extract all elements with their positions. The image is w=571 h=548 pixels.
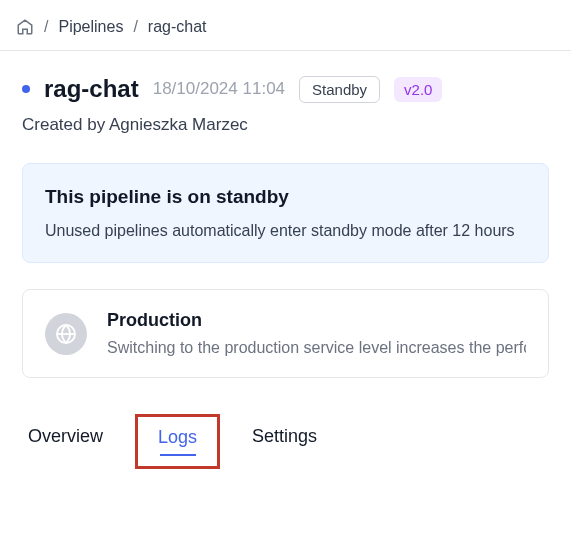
timestamp: 18/10/2024 11:04 <box>153 79 285 99</box>
tabs: Overview Logs Settings <box>22 418 549 469</box>
production-title: Production <box>107 310 526 331</box>
page-header: rag-chat 18/10/2024 11:04 Standby v2.0 <box>22 75 549 103</box>
page-title: rag-chat <box>44 75 139 103</box>
production-card: Production Switching to the production s… <box>22 289 549 378</box>
banner-title: This pipeline is on standby <box>45 186 526 208</box>
banner-description: Unused pipelines automatically enter sta… <box>45 222 526 240</box>
home-icon[interactable] <box>16 18 34 36</box>
breadcrumb-current: rag-chat <box>148 18 207 36</box>
tab-settings[interactable]: Settings <box>248 418 321 469</box>
created-by: Created by Agnieszka Marzec <box>22 115 549 135</box>
version-badge: v2.0 <box>394 77 442 102</box>
breadcrumb: / Pipelines / rag-chat <box>0 0 571 51</box>
status-badge: Standby <box>299 76 380 103</box>
standby-banner: This pipeline is on standby Unused pipel… <box>22 163 549 263</box>
tab-overview[interactable]: Overview <box>24 418 107 469</box>
breadcrumb-pipelines[interactable]: Pipelines <box>58 18 123 36</box>
breadcrumb-separator: / <box>133 18 137 36</box>
tab-logs[interactable]: Logs <box>158 427 197 454</box>
status-dot-icon <box>22 85 30 93</box>
breadcrumb-separator: / <box>44 18 48 36</box>
tab-logs-highlight: Logs <box>135 414 220 469</box>
production-description: Switching to the production service leve… <box>107 339 526 357</box>
globe-icon <box>45 313 87 355</box>
